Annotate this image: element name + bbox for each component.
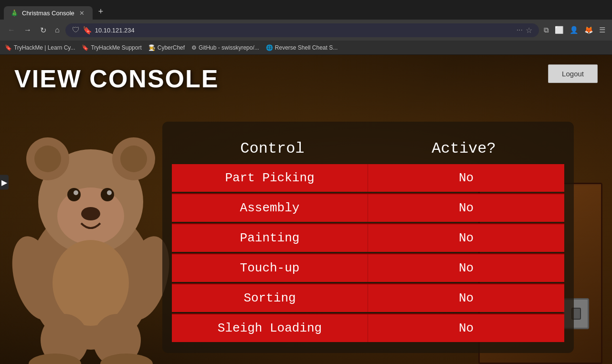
control-cell: Painting xyxy=(172,224,368,252)
secure-icon: 🔖 xyxy=(83,26,92,35)
refresh-button[interactable]: ↻ xyxy=(37,24,49,37)
nav-actions: ⧉ ⬜ 👤 🦊 ☰ xyxy=(542,24,607,36)
table-row[interactable]: Touch-up No xyxy=(172,253,564,282)
home-button[interactable]: ⌂ xyxy=(52,24,63,36)
tab-title: Christmas Console xyxy=(22,10,74,17)
control-cell: Sleigh Loading xyxy=(172,314,368,342)
bookmark-icon: ⚙ xyxy=(191,44,197,51)
table-row[interactable]: Sleigh Loading No xyxy=(172,313,564,342)
tab-close-button[interactable]: ✕ xyxy=(78,9,86,17)
bookmarks-bar: 🔖 TryHackMe | Learn Cy... 🔖 TryHackMe Su… xyxy=(0,41,612,55)
console-panel: Control Active? Part Picking No Assembly… xyxy=(162,122,574,353)
bookmark-icon: 🧑‍🍳 xyxy=(148,44,156,51)
library-button[interactable]: ⧉ xyxy=(542,24,551,36)
active-cell: No xyxy=(368,314,564,342)
table-header: Control Active? xyxy=(172,136,564,161)
control-cell: Sorting xyxy=(172,284,368,312)
control-cell: Assembly xyxy=(172,194,368,222)
browser-frame: 🎄 Christmas Console ✕ + ← → ↻ ⌂ 🛡 🔖 10.1… xyxy=(0,0,612,364)
sidebar-arrow-icon: ▶ xyxy=(1,178,7,186)
bookmark-github[interactable]: ⚙ GitHub - swisskyrepo/... xyxy=(191,44,259,51)
bookmark-icon: 🔖 xyxy=(82,44,89,51)
tab-bar: 🎄 Christmas Console ✕ + xyxy=(0,0,612,20)
url-text: 10.10.121.234 xyxy=(95,27,514,34)
bookmark-icon: 🌐 xyxy=(266,44,273,51)
active-cell: No xyxy=(368,224,564,252)
table-row[interactable]: Part Picking No xyxy=(172,164,564,192)
forward-button[interactable]: → xyxy=(21,24,34,36)
bookmark-star-icon[interactable]: ☆ xyxy=(526,26,532,35)
active-cell: No xyxy=(368,254,564,282)
table-row[interactable]: Assembly No xyxy=(172,193,564,222)
navigation-bar: ← → ↻ ⌂ 🛡 🔖 10.10.121.234 ··· ☆ ⧉ ⬜ 👤 🦊 … xyxy=(0,20,612,41)
bookmark-reverse-shell[interactable]: 🌐 Reverse Shell Cheat S... xyxy=(266,44,338,51)
table-row[interactable]: Painting No xyxy=(172,223,564,252)
menu-button[interactable]: ☰ xyxy=(597,24,607,36)
sidebar-collapse-handle[interactable]: ▶ xyxy=(0,175,9,189)
logout-button[interactable]: Logout xyxy=(548,64,598,83)
bookmark-cyberchef[interactable]: 🧑‍🍳 CyberChef xyxy=(148,44,185,51)
extension-icon[interactable]: 🦊 xyxy=(582,24,595,36)
shield-icon: 🛡 xyxy=(72,26,80,34)
active-column-header: Active? xyxy=(368,136,559,161)
active-tab[interactable]: 🎄 Christmas Console ✕ xyxy=(4,6,93,20)
back-button[interactable]: ← xyxy=(5,24,18,36)
page-content: VIEW CONSOLE Logout Control Active? Part… xyxy=(0,55,612,364)
control-cell: Touch-up xyxy=(172,254,368,282)
bookmark-tryhackme-support[interactable]: 🔖 TryHackMe Support xyxy=(82,44,141,51)
ellipsis-icon: ··· xyxy=(517,26,523,34)
new-tab-button[interactable]: + xyxy=(95,5,107,19)
active-cell: No xyxy=(368,164,564,192)
address-bar[interactable]: 🛡 🔖 10.10.121.234 ··· ☆ xyxy=(65,23,539,37)
active-cell: No xyxy=(368,284,564,312)
content-area: VIEW CONSOLE Logout Control Active? Part… xyxy=(0,55,612,364)
profile-button[interactable]: 👤 xyxy=(568,24,580,36)
table-body: Part Picking No Assembly No Painting No … xyxy=(172,164,564,342)
bookmark-icon: 🔖 xyxy=(5,44,12,51)
page-title: VIEW CONSOLE xyxy=(14,64,598,93)
tab-favicon-icon: 🎄 xyxy=(11,9,18,17)
table-row[interactable]: Sorting No xyxy=(172,283,564,312)
bookmark-tryhackme-learn[interactable]: 🔖 TryHackMe | Learn Cy... xyxy=(5,44,75,51)
active-cell: No xyxy=(368,194,564,222)
control-cell: Part Picking xyxy=(172,164,368,192)
tab-group-button[interactable]: ⬜ xyxy=(553,24,566,36)
control-column-header: Control xyxy=(177,136,368,161)
